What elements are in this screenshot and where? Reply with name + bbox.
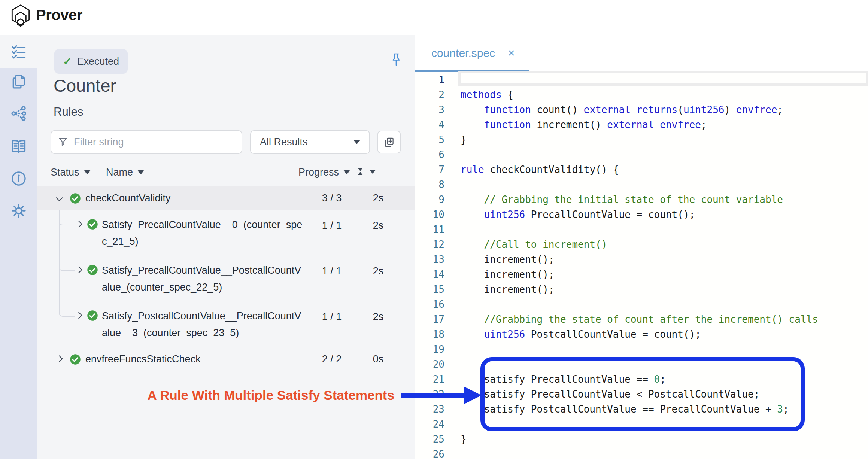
chevron-down-icon bbox=[353, 140, 360, 144]
highlight-box bbox=[480, 357, 805, 431]
chevron-right-icon[interactable] bbox=[75, 221, 82, 227]
success-check-icon bbox=[70, 193, 81, 204]
rule-name: Satisfy_PostcallCountValue__PrecallCount… bbox=[102, 308, 306, 341]
line-number: 1 bbox=[415, 72, 444, 87]
sort-caret-icon[interactable] bbox=[369, 170, 376, 174]
close-icon[interactable]: × bbox=[508, 46, 515, 60]
code-line: 2methods { bbox=[415, 87, 868, 102]
line-number: 25 bbox=[415, 432, 444, 447]
line-number: 13 bbox=[415, 252, 444, 267]
code-text: rule checkCountValidity() { bbox=[461, 162, 619, 177]
sort-caret-icon[interactable] bbox=[137, 170, 144, 174]
annotation-arrow-head bbox=[464, 386, 482, 404]
code-line: 26 bbox=[415, 447, 868, 459]
rule-row[interactable]: Satisfy_PostcallCountValue__PrecallCount… bbox=[37, 302, 415, 347]
rule-time: 2s bbox=[367, 265, 389, 277]
chevron-down-icon[interactable] bbox=[56, 194, 63, 201]
pin-icon[interactable] bbox=[389, 53, 403, 68]
tab-counter-spec[interactable]: counter.spec × bbox=[431, 46, 515, 60]
info-icon[interactable] bbox=[10, 170, 27, 187]
indent-guide bbox=[462, 417, 462, 432]
code-text: //Grabbing the state of count after the … bbox=[461, 312, 818, 327]
rules-list-icon[interactable] bbox=[10, 44, 27, 61]
copy-plus-icon bbox=[383, 137, 395, 148]
chevron-right-icon[interactable] bbox=[56, 355, 63, 362]
annotation-arrow bbox=[401, 393, 464, 398]
tree-elbow bbox=[59, 256, 75, 271]
line-number: 24 bbox=[415, 417, 444, 432]
code-line: 5} bbox=[415, 132, 868, 147]
prover-logo[interactable]: Prover bbox=[10, 3, 82, 27]
code-line: 18 uint256 PostcallCountValue = count(); bbox=[415, 327, 868, 342]
line-number: 4 bbox=[415, 117, 444, 132]
docs-book-icon[interactable] bbox=[10, 138, 27, 154]
code-line: 1 bbox=[415, 72, 868, 87]
success-check-icon bbox=[87, 264, 98, 276]
column-label: Name bbox=[106, 167, 133, 178]
column-header-progress[interactable]: Progress bbox=[298, 167, 350, 178]
indent-guide bbox=[462, 357, 462, 372]
code-line: 6 bbox=[415, 147, 868, 162]
line-number: 17 bbox=[415, 312, 444, 327]
rule-row[interactable]: Satisfy_PrecallCountValue__0_(counter_sp… bbox=[37, 210, 415, 256]
sort-caret-icon[interactable] bbox=[84, 170, 91, 174]
success-check-icon bbox=[70, 354, 81, 365]
results-dropdown[interactable]: All Results bbox=[250, 130, 370, 154]
code-line: 14 increment(); bbox=[415, 267, 868, 282]
line-number: 16 bbox=[415, 297, 444, 312]
settings-gear-icon[interactable] bbox=[10, 203, 27, 219]
column-header-time[interactable] bbox=[356, 167, 376, 176]
line-number: 8 bbox=[415, 177, 444, 192]
code-line: 25} bbox=[415, 432, 868, 447]
rules-tree: checkCountValidity3 / 32sSatisfy_Precall… bbox=[37, 186, 415, 371]
tab-label: counter.spec bbox=[431, 47, 495, 60]
rule-name: Satisfy_PrecallCountValue__0_(counter_sp… bbox=[102, 216, 306, 250]
rule-progress: 1 / 1 bbox=[316, 311, 348, 323]
filter-input[interactable] bbox=[73, 136, 235, 148]
code-text: } bbox=[461, 132, 467, 147]
tree-elbow bbox=[59, 210, 75, 225]
rule-row[interactable]: envfreeFuncsStaticCheck2 / 20s bbox=[37, 347, 415, 371]
code-line: 4 function increment() external envfree; bbox=[415, 117, 868, 132]
code-text: // Grabbing the initial state of the cou… bbox=[461, 192, 783, 207]
code-line: 11 bbox=[415, 222, 868, 237]
chevron-right-icon[interactable] bbox=[75, 312, 82, 319]
rule-progress: 2 / 2 bbox=[316, 353, 348, 365]
rule-row[interactable]: checkCountValidity3 / 32s bbox=[37, 186, 415, 210]
indent-guide bbox=[462, 297, 462, 312]
code-line: 10 uint256 PrecallCountValue = count(); bbox=[415, 207, 868, 222]
prover-logo-icon bbox=[10, 3, 31, 27]
funnel-icon bbox=[58, 137, 68, 148]
rule-name: envfreeFuncsStaticCheck bbox=[85, 351, 310, 368]
line-number: 19 bbox=[415, 342, 444, 357]
code-line: 16 bbox=[415, 297, 868, 312]
column-header-status[interactable]: Status bbox=[51, 167, 91, 178]
indent-guide bbox=[462, 222, 462, 237]
success-check-icon bbox=[87, 219, 98, 230]
call-graph-icon[interactable] bbox=[10, 105, 27, 122]
column-header-name[interactable]: Name bbox=[106, 167, 144, 178]
section-title: Rules bbox=[54, 105, 83, 119]
success-check-icon bbox=[87, 310, 98, 321]
hourglass-icon bbox=[356, 167, 365, 176]
indent-guide bbox=[462, 342, 462, 357]
status-badge-label: Executed bbox=[77, 56, 119, 67]
logo-text: Prover bbox=[36, 7, 82, 24]
duplicate-button[interactable] bbox=[377, 131, 401, 153]
sort-caret-icon[interactable] bbox=[343, 170, 350, 174]
line-number: 23 bbox=[415, 402, 444, 417]
code-line: 13 increment(); bbox=[415, 252, 868, 267]
code-line: 3 function count() external returns(uint… bbox=[415, 102, 868, 117]
code-text: } bbox=[461, 432, 467, 447]
code-line: 9 // Grabbing the initial state of the c… bbox=[415, 192, 868, 207]
chevron-right-icon[interactable] bbox=[75, 266, 82, 273]
line-number: 21 bbox=[415, 372, 444, 387]
line-number: 5 bbox=[415, 132, 444, 147]
line-number: 3 bbox=[415, 102, 444, 117]
rule-progress: 1 / 1 bbox=[316, 220, 348, 231]
rule-row[interactable]: Satisfy_PrecallCountValue__PostcallCount… bbox=[37, 256, 415, 302]
filter-input-box[interactable] bbox=[51, 130, 242, 154]
results-dropdown-value: All Results bbox=[260, 136, 308, 148]
copy-files-icon[interactable] bbox=[10, 73, 27, 90]
rule-progress: 1 / 1 bbox=[316, 265, 348, 277]
